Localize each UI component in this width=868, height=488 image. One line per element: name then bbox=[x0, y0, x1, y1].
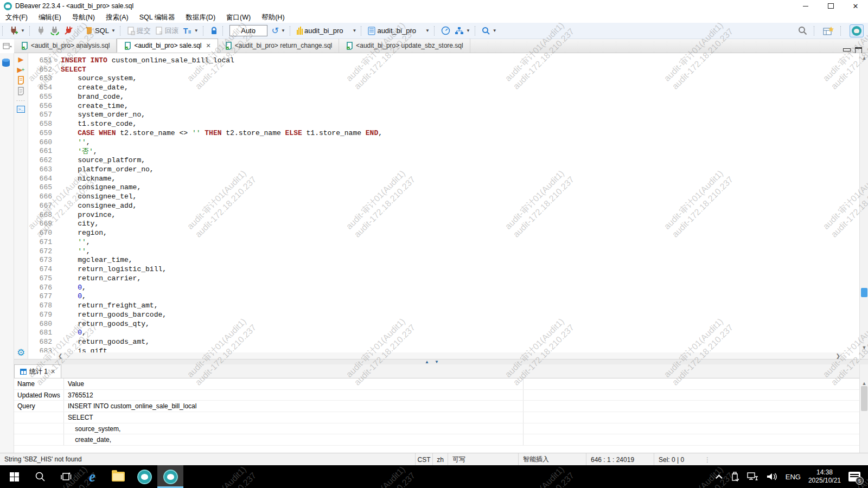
action-center-button[interactable]: 5 bbox=[848, 472, 860, 481]
speaker-icon[interactable] bbox=[766, 472, 778, 481]
sash-up-icon[interactable]: ▲ bbox=[425, 360, 429, 364]
internet-explorer-button[interactable]: e bbox=[79, 465, 105, 488]
stats-vertical-scrollbar[interactable]: ▲ bbox=[859, 364, 868, 453]
sql-code-editor[interactable]: 651⊖INSERT INTO custom_online_sale_bill_… bbox=[28, 53, 859, 352]
code-line[interactable]: 654 create_date, bbox=[28, 83, 859, 92]
stats-row[interactable]: SELECT bbox=[14, 412, 859, 423]
minimize-view-icon[interactable] bbox=[843, 47, 850, 53]
execute-new-tab-icon[interactable]: ▶+ bbox=[15, 66, 27, 74]
scroll-down-icon[interactable]: ▼ bbox=[860, 344, 868, 351]
column-header-value[interactable]: Value bbox=[64, 378, 524, 389]
code-line[interactable]: 666 consignee_tel, bbox=[28, 192, 859, 201]
close-icon[interactable]: ✕ bbox=[50, 368, 55, 375]
code-line[interactable]: 672 '', bbox=[28, 247, 859, 256]
panel-splitter[interactable]: ▲ ▼ bbox=[14, 359, 868, 364]
task-view-button[interactable] bbox=[53, 465, 79, 488]
usb-device-icon[interactable] bbox=[730, 471, 739, 482]
code-line[interactable]: 660 '', bbox=[28, 138, 859, 147]
maximize-view-icon[interactable] bbox=[855, 47, 861, 53]
stats-row[interactable]: Updated Rows3765512 bbox=[14, 390, 859, 401]
dbeaver-perspective-button[interactable] bbox=[850, 24, 864, 37]
tray-expand-icon[interactable] bbox=[716, 474, 723, 481]
reconnect-button[interactable] bbox=[48, 25, 61, 36]
code-line[interactable]: 678 return_freight_amt, bbox=[28, 301, 859, 310]
execute-sql-icon[interactable]: ▶ bbox=[15, 55, 27, 63]
history-button[interactable]: ↺ ▼ bbox=[270, 25, 287, 36]
network-icon[interactable] bbox=[746, 472, 758, 481]
code-line[interactable]: 681 0, bbox=[28, 329, 859, 338]
code-line[interactable]: 655 brand_code, bbox=[28, 92, 859, 101]
new-connection-button[interactable]: ▼ bbox=[8, 25, 27, 36]
menu-item-5[interactable]: 数据库(D) bbox=[180, 12, 221, 23]
close-icon[interactable]: ✕ bbox=[206, 42, 211, 49]
code-line[interactable]: 679 return_goods_barcode, bbox=[28, 310, 859, 319]
disconnect-button-disabled[interactable] bbox=[35, 25, 47, 36]
restore-panel-icon[interactable] bbox=[1, 40, 13, 52]
file-explorer-button[interactable] bbox=[105, 465, 131, 488]
code-line[interactable]: 680 return_goods_qty, bbox=[28, 319, 859, 329]
rollback-button[interactable]: 回滚 bbox=[154, 25, 181, 37]
status-caret-position[interactable]: 646 : 1 : 24019 bbox=[586, 453, 654, 466]
code-line[interactable]: 651⊖INSERT INTO custom_online_sale_bill_… bbox=[28, 56, 859, 65]
lock-button[interactable] bbox=[208, 25, 220, 36]
input-language[interactable]: ENG bbox=[786, 473, 801, 481]
column-header-name[interactable]: Name bbox=[14, 378, 64, 389]
scroll-left-icon[interactable]: ❮ bbox=[58, 353, 62, 359]
scroll-right-icon[interactable]: ❯ bbox=[836, 353, 840, 359]
code-line[interactable]: 682 return_goods_amt, bbox=[28, 337, 859, 346]
menu-item-4[interactable]: SQL 编辑器 bbox=[134, 12, 181, 23]
status-writable[interactable]: 可写 bbox=[448, 453, 518, 466]
sql-editor-button[interactable]: SQL ▼ bbox=[83, 25, 117, 36]
menu-item-1[interactable]: 编辑(E) bbox=[33, 12, 67, 23]
status-timezone[interactable]: CST bbox=[415, 453, 432, 466]
code-line[interactable]: 671 '', bbox=[28, 237, 859, 247]
dbeaver-taskbar-button[interactable] bbox=[131, 465, 157, 488]
taskbar-search-button[interactable] bbox=[27, 465, 53, 488]
schema-selector[interactable]: audit_bi_pro ▼ bbox=[366, 25, 431, 36]
menu-item-6[interactable]: 窗口(W) bbox=[221, 12, 256, 23]
stats-row[interactable]: create_date, bbox=[14, 434, 859, 446]
menu-item-7[interactable]: 帮助(H) bbox=[256, 12, 290, 23]
stats-row[interactable]: QueryINSERT INTO custom_online_sale_bill… bbox=[14, 401, 859, 412]
execute-script-icon[interactable] bbox=[15, 76, 27, 85]
code-line[interactable]: 669 city, bbox=[28, 220, 859, 229]
status-insert-mode[interactable]: 智能插入 bbox=[518, 453, 586, 466]
maximize-button[interactable] bbox=[818, 0, 843, 12]
code-line[interactable]: 667 consignee_add, bbox=[28, 201, 859, 210]
code-line[interactable]: 656 create_time, bbox=[28, 101, 859, 111]
code-line[interactable]: 663 platform_order_no, bbox=[28, 165, 859, 174]
code-line[interactable]: 664 nickname, bbox=[28, 174, 859, 183]
editor-tab-3[interactable]: <audit_bi_pro> update_sbz_store.sql bbox=[339, 38, 470, 53]
code-line[interactable]: 653 source_system, bbox=[28, 74, 859, 84]
scrollbar-thumb[interactable] bbox=[861, 386, 867, 411]
sql-console-icon[interactable]: >_ bbox=[15, 106, 27, 113]
code-line[interactable]: 659 CASE WHEN t2.store_name <> '' THEN t… bbox=[28, 129, 859, 138]
fold-marker-icon[interactable]: ⊖ bbox=[52, 57, 60, 63]
status-language[interactable]: zh bbox=[432, 453, 448, 466]
code-line[interactable]: 661 '否', bbox=[28, 147, 859, 156]
code-line[interactable]: 676 0, bbox=[28, 283, 859, 292]
scrollbar-thumb[interactable] bbox=[861, 288, 867, 297]
start-button[interactable] bbox=[1, 465, 27, 488]
disconnect-red-button[interactable] bbox=[62, 25, 75, 36]
code-line[interactable]: 665 consignee_name, bbox=[28, 183, 859, 192]
code-line[interactable]: 673 mgclear_time, bbox=[28, 256, 859, 265]
tab-statistics[interactable]: 统计 1 ✕ bbox=[14, 364, 61, 378]
editor-tab-2[interactable]: <audit_bi_pro> return_change.sql bbox=[218, 38, 339, 53]
code-line[interactable]: 662 source_platform, bbox=[28, 156, 859, 165]
perspective-icon[interactable] bbox=[823, 26, 834, 36]
explain-plan-icon[interactable] bbox=[15, 87, 27, 95]
code-line[interactable]: 683 is_gift bbox=[28, 346, 859, 352]
code-line[interactable]: 658 t1.store_code, bbox=[28, 119, 859, 129]
editor-vertical-scrollbar[interactable]: ▲ ▼ bbox=[859, 53, 868, 359]
toolbar-search-button[interactable]: ▼ bbox=[480, 25, 499, 36]
dashboard-button[interactable] bbox=[439, 25, 452, 36]
minimize-button[interactable] bbox=[793, 0, 818, 12]
scroll-up-icon[interactable]: ▲ bbox=[860, 54, 868, 62]
settings-gear-icon[interactable]: ⚙ bbox=[15, 347, 27, 358]
close-button[interactable]: ✕ bbox=[843, 0, 868, 12]
editor-tab-0[interactable]: <audit_bi_pro> analysis.sql bbox=[14, 38, 117, 53]
status-selection[interactable]: Sel: 0 | 0 bbox=[654, 453, 700, 466]
code-line[interactable]: 668 province, bbox=[28, 210, 859, 220]
transaction-log-button[interactable]: T⠿ ▼ bbox=[182, 25, 200, 36]
